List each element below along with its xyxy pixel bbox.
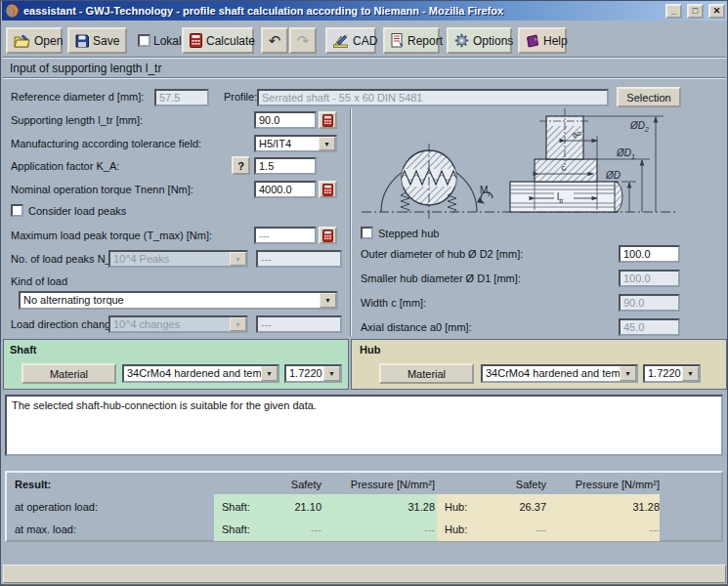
chevron-down-icon[interactable] [230, 252, 246, 266]
nominal-torque-calc-button[interactable] [319, 181, 337, 198]
calculator-icon [322, 184, 333, 196]
operation-load-row-label: at operation load: [15, 501, 98, 513]
svg-text:ØD: ØD [605, 170, 621, 181]
application-factor-label: Application factor K_A: [11, 160, 119, 172]
chevron-down-icon[interactable] [261, 366, 278, 381]
hub-material-select[interactable]: 34CrMo4 hardened and tem [481, 364, 638, 383]
operation-shaft-pressure: 31.28 [345, 501, 435, 513]
stepped-hub-checkbox[interactable] [361, 227, 373, 239]
operation-hub-safety: 26.37 [497, 501, 546, 513]
undo-icon: ↶ [269, 32, 281, 50]
chevron-down-icon[interactable] [230, 317, 246, 331]
lokal-checkbox[interactable] [138, 34, 150, 47]
close-button[interactable]: ✕ [708, 4, 725, 19]
maximize-button[interactable]: □ [687, 4, 704, 19]
shaft-safety-header: Safety [273, 479, 321, 490]
load-direction-field[interactable] [256, 315, 342, 333]
operation-hub-label: Hub: [445, 501, 467, 513]
max-shaft-pressure: --- [345, 523, 435, 535]
redo-icon: ↷ [297, 32, 310, 50]
shaft-pressure-header: Pressure [N/mm²] [345, 479, 435, 490]
svg-text:ØD1: ØD1 [616, 147, 635, 160]
load-peaks-field[interactable] [256, 250, 342, 268]
calculator-icon [322, 114, 333, 127]
firefox-icon [5, 4, 19, 18]
report-button[interactable]: Report [383, 27, 440, 54]
kind-of-load-select[interactable]: No alternating torque [19, 291, 338, 310]
open-folder-icon [14, 34, 30, 48]
shaft-material-select[interactable]: 34CrMo4 hardened and tem [122, 364, 279, 383]
cad-button[interactable]: CAD [325, 27, 376, 54]
shaft-material-value: 34CrMo4 hardened and tem [124, 366, 261, 381]
options-button[interactable]: Options [447, 27, 512, 54]
max-hub-label: Hub: [445, 523, 467, 535]
application-factor-field[interactable] [254, 157, 317, 175]
tolerance-field-label: Manufacturing according tolerance field: [11, 138, 201, 149]
shaft-material-button[interactable]: Material [21, 363, 116, 384]
open-button[interactable]: Open [6, 27, 63, 54]
hub-material-number-select[interactable]: 1.7220 [643, 364, 701, 383]
load-direction-select-value: 10^4 changes [110, 317, 230, 331]
hub-material-number-value: 1.7220 [645, 366, 682, 381]
help-book-icon [526, 34, 539, 48]
stepped-hub-label: Stepped hub [378, 228, 439, 239]
kind-of-load-label: Kind of load [11, 275, 67, 287]
axial-distance-field[interactable] [619, 318, 680, 336]
undo-button[interactable]: ↶ [261, 27, 288, 54]
operation-shaft-label: Shaft: [222, 501, 250, 513]
nominal-torque-field[interactable] [254, 181, 317, 198]
title-bar[interactable]: eassistant - GWJ-Technology - profile sh… [2, 1, 728, 21]
hub-pressure-header: Pressure [N/mm²] [570, 479, 660, 490]
redo-button[interactable]: ↷ [289, 27, 317, 54]
load-peaks-select[interactable]: 10^4 Peaks [108, 250, 248, 268]
chevron-down-icon[interactable] [682, 366, 699, 381]
max-shaft-label: Shaft: [222, 523, 250, 535]
result-panel: Result: Safety Pressure [N/mm²] Safety P… [5, 471, 723, 542]
open-button-label: Open [34, 34, 63, 48]
nominal-torque-label: Nominal operation torque Tnenn [Nm]: [11, 184, 193, 195]
max-hub-safety: --- [497, 523, 546, 535]
save-button[interactable]: Save [67, 27, 127, 54]
max-hub-pressure: --- [570, 523, 660, 535]
column-divider [350, 108, 352, 336]
hub-safety-header: Safety [497, 479, 546, 490]
width-c-field[interactable] [619, 294, 680, 312]
max-peak-torque-label: Maximum load peak torque (T_max) [Nm]: [11, 230, 212, 241]
shaft-material-number-select[interactable]: 1.7220 [284, 364, 342, 383]
load-direction-select[interactable]: 10^4 changes [108, 315, 248, 333]
reference-diameter-field[interactable] [154, 89, 209, 106]
options-tool-icon [454, 33, 469, 48]
calculate-button[interactable]: Calculate [182, 27, 254, 54]
report-button-label: Report [407, 34, 443, 48]
shaft-hub-technical-drawing: Mt a0 c ltr [356, 95, 725, 226]
tolerance-field-select[interactable]: H5/IT4 [254, 135, 337, 152]
chevron-down-icon[interactable] [320, 293, 336, 308]
max-peak-torque-field[interactable] [254, 227, 317, 244]
kind-of-load-value: No alternating torque [21, 293, 320, 308]
max-load-row-label: at max. load: [15, 523, 76, 535]
supporting-length-calc-button[interactable] [319, 111, 337, 129]
help-button[interactable]: Help [518, 27, 567, 54]
max-peak-torque-calc-button[interactable] [319, 227, 337, 244]
chevron-down-icon[interactable] [319, 137, 335, 150]
width-c-label: Width c [mm]: [361, 297, 426, 309]
application-factor-help-button[interactable]: ? [232, 156, 250, 175]
minimize-button[interactable]: _ [665, 4, 682, 19]
max-shaft-safety: --- [273, 523, 321, 535]
calculator-icon [190, 33, 202, 48]
cad-button-label: CAD [353, 34, 377, 48]
hub-material-button[interactable]: Material [379, 363, 474, 384]
message-box[interactable]: The selected shaft-hub-connection is sui… [5, 395, 723, 456]
cad-drafting-icon [333, 34, 349, 48]
smaller-diameter-label: Smaller hub diameter Ø D1 [mm]: [361, 272, 521, 284]
supporting-length-field[interactable] [254, 111, 317, 129]
chevron-down-icon[interactable] [323, 366, 340, 381]
operation-shaft-safety: 21.10 [273, 501, 321, 513]
chevron-down-icon[interactable] [620, 366, 636, 381]
status-bar [3, 565, 726, 583]
outer-diameter-field[interactable] [619, 245, 680, 263]
lokal-checkbox-label: Lokal [153, 34, 182, 48]
smaller-diameter-field[interactable] [619, 270, 680, 287]
consider-load-peaks-checkbox[interactable] [11, 204, 23, 217]
save-button-label: Save [93, 34, 119, 48]
